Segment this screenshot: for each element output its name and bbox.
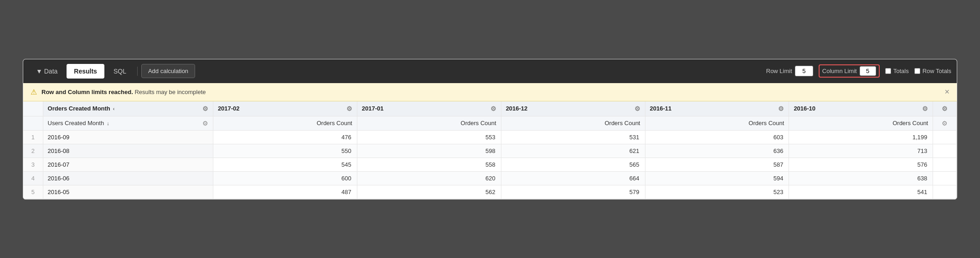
row-number: 5 <box>23 185 43 199</box>
th-row1-col5-gear-icon[interactable]: ⚙ <box>922 105 928 112</box>
table-header-row2: Users Created Month ↓ ⚙ Orders Count Ord… <box>23 116 957 130</box>
row-limit-input[interactable] <box>795 66 813 76</box>
row-gear-cell <box>933 158 957 171</box>
th-row1-col1-gear-icon[interactable]: ⚙ <box>346 105 352 112</box>
row-data-cell: 603 <box>645 130 789 144</box>
row-data-cell: 523 <box>645 185 789 199</box>
row-totals-group: Row Totals <box>914 68 951 74</box>
row-data-cell: 1,199 <box>789 130 933 144</box>
totals-checkbox[interactable] <box>885 68 891 74</box>
row-data-cell: 713 <box>789 144 933 158</box>
add-calculation-button[interactable]: Add calculation <box>141 64 195 78</box>
table-row: 12016-094765535316031,199 <box>23 130 957 144</box>
th-col-2017-02: 2017-02 ⚙ <box>213 101 357 116</box>
toolbar: ▼ Data Results SQL Add calculation Row L… <box>23 59 957 83</box>
row-data-cell: 587 <box>645 158 789 171</box>
table-row: 22016-08550598621636713 <box>23 144 957 158</box>
row-label: 2016-08 <box>43 144 213 158</box>
row-gear-cell <box>933 144 957 158</box>
th2-users-created-month: Users Created Month ↓ ⚙ <box>43 116 213 130</box>
row-label: 2016-09 <box>43 130 213 144</box>
row-data-cell: 620 <box>357 171 501 185</box>
row-gear-cell <box>933 185 957 199</box>
row-data-cell: 541 <box>789 185 933 199</box>
row-data-cell: 487 <box>213 185 357 199</box>
th-col-2017-01: 2017-01 ⚙ <box>357 101 501 116</box>
th-col-2016-10-label: 2016-10 <box>794 105 815 112</box>
sort-down-arrow-icon: ↓ <box>107 121 109 126</box>
tab-results[interactable]: Results <box>67 64 104 79</box>
warning-bold: Row and Column limits reached. <box>41 89 133 95</box>
th2-orders-count-2: Orders Count <box>357 116 501 130</box>
table-body: 12016-094765535316031,19922016-085505986… <box>23 130 957 199</box>
table-row: 32016-07545558565587576 <box>23 158 957 171</box>
sort-left-icon: ‹ <box>113 106 115 111</box>
tab-data[interactable]: ▼ Data <box>29 64 65 79</box>
row-limit-label: Row Limit <box>766 68 792 74</box>
th-col-2016-11: 2016-11 ⚙ <box>645 101 789 116</box>
th-row1-col2-gear-icon[interactable]: ⚙ <box>490 105 496 112</box>
row-data-cell: 594 <box>645 171 789 185</box>
th-row1-col3-gear-icon[interactable]: ⚙ <box>634 105 640 112</box>
row-label: 2016-07 <box>43 158 213 171</box>
toolbar-divider <box>137 67 138 76</box>
th-row1-last-gear-icon[interactable]: ⚙ <box>942 105 948 112</box>
th-orders-created-month: Orders Created Month ‹ ⚙ <box>43 101 213 116</box>
th2-last-gear-icon[interactable]: ⚙ <box>942 120 948 127</box>
column-limit-label: Column Limit <box>822 68 857 74</box>
column-limit-input[interactable] <box>860 66 876 76</box>
row-data-cell: 531 <box>501 130 645 144</box>
row-number: 2 <box>23 144 43 158</box>
th-row1-col0-gear-icon[interactable]: ⚙ <box>202 105 208 112</box>
warning-rest: Results may be incomplete <box>134 89 206 95</box>
row-data-cell: 579 <box>501 185 645 199</box>
th2-col0-gear-icon[interactable]: ⚙ <box>202 120 208 127</box>
row-data-cell: 600 <box>213 171 357 185</box>
warning-banner: ⚠ Row and Column limits reached. Results… <box>23 83 957 101</box>
th2-orders-count-1-label: Orders Count <box>317 120 352 126</box>
row-data-cell: 598 <box>357 144 501 158</box>
main-container: ▼ Data Results SQL Add calculation Row L… <box>23 59 957 200</box>
row-data-cell: 550 <box>213 144 357 158</box>
th2-orders-count-3-label: Orders Count <box>604 120 640 126</box>
row-data-cell: 545 <box>213 158 357 171</box>
row-label: 2016-06 <box>43 171 213 185</box>
th-row1-col4-gear-icon[interactable]: ⚙ <box>778 105 784 112</box>
row-totals-label: Row Totals <box>923 68 951 74</box>
row-number: 3 <box>23 158 43 171</box>
column-limit-wrapper: Column Limit <box>819 64 880 78</box>
table-row: 42016-06600620664594638 <box>23 171 957 185</box>
tab-sql[interactable]: SQL <box>106 64 134 79</box>
row-gear-cell <box>933 171 957 185</box>
table-row: 52016-05487562579523541 <box>23 185 957 199</box>
th2-last-gear: ⚙ <box>933 116 957 130</box>
warning-close-button[interactable]: × <box>944 88 949 96</box>
row-totals-checkbox[interactable] <box>914 68 920 74</box>
row-data-cell: 562 <box>357 185 501 199</box>
th-col-2017-02-label: 2017-02 <box>218 105 240 112</box>
th-rownum <box>23 101 43 116</box>
th-col-2016-11-label: 2016-11 <box>650 105 672 112</box>
totals-group: Totals <box>885 68 909 74</box>
row-number: 1 <box>23 130 43 144</box>
th-col-2017-01-label: 2017-01 <box>362 105 384 112</box>
row-data-cell: 621 <box>501 144 645 158</box>
row-data-cell: 476 <box>213 130 357 144</box>
th2-orders-count-4-label: Orders Count <box>748 120 784 126</box>
warning-text: Row and Column limits reached. Results m… <box>41 89 206 95</box>
row-data-cell: 565 <box>501 158 645 171</box>
th-col-2016-12: 2016-12 ⚙ <box>501 101 645 116</box>
th-col-2016-12-label: 2016-12 <box>506 105 528 112</box>
th2-users-created-month-label: Users Created Month <box>48 120 104 126</box>
row-label: 2016-05 <box>43 185 213 199</box>
row-data-cell: 553 <box>357 130 501 144</box>
warning-icon: ⚠ <box>31 88 37 96</box>
th2-orders-count-5: Orders Count <box>789 116 933 130</box>
th2-orders-count-4: Orders Count <box>645 116 789 130</box>
data-table-wrap: Orders Created Month ‹ ⚙ 2017-02 ⚙ <box>23 101 957 199</box>
th2-orders-count-5-label: Orders Count <box>892 120 928 126</box>
row-gear-cell <box>933 130 957 144</box>
th2-orders-count-2-label: Orders Count <box>461 120 496 126</box>
data-table: Orders Created Month ‹ ⚙ 2017-02 ⚙ <box>23 101 957 199</box>
table-header-row1: Orders Created Month ‹ ⚙ 2017-02 ⚙ <box>23 101 957 116</box>
